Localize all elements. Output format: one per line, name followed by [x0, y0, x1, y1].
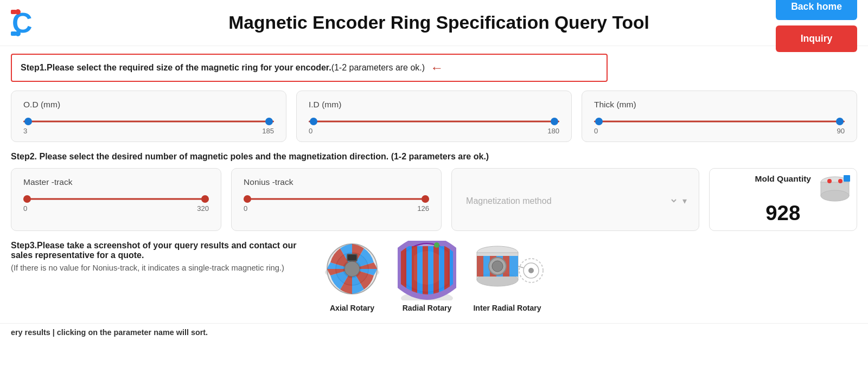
- od-track: [23, 121, 274, 123]
- id-track: [309, 121, 559, 123]
- axial-rotary-label: Axial Rotary: [330, 304, 374, 312]
- thick-min: 0: [594, 127, 598, 135]
- master-min: 0: [23, 204, 27, 213]
- nonius-thumb-left[interactable]: [244, 195, 251, 203]
- id-thumb-right[interactable]: [551, 118, 558, 125]
- svg-rect-4: [11, 31, 16, 36]
- svg-point-44: [528, 268, 534, 273]
- nonius-title: Nonius -track: [244, 177, 429, 187]
- main-content: Step1.Please select the required size of…: [0, 46, 868, 321]
- thick-thumb-left[interactable]: [595, 118, 603, 125]
- id-minmax: 0 180: [309, 127, 559, 135]
- inter-radial-rotary-label: Inter Radial Rotary: [473, 304, 541, 312]
- thick-title: Thick (mm): [594, 100, 845, 110]
- svg-rect-23: [417, 246, 423, 295]
- radial-rotary-box: Radial Rotary: [394, 241, 459, 312]
- header-buttons: Back home Inquiry: [776, 0, 857, 52]
- chevron-down-icon: ▾: [682, 196, 687, 206]
- od-minmax: 3 185: [23, 127, 274, 135]
- mold-quantity-title: Mold Quantity: [755, 174, 811, 184]
- step1-box: Step1.Please select the required size of…: [11, 54, 608, 82]
- svg-point-9: [838, 179, 843, 183]
- magnetization-select[interactable]: Magnetization method Axial Radial Inter …: [464, 196, 678, 206]
- svg-point-8: [827, 179, 832, 183]
- step3-title: Step3.Please take a screenshot of your q…: [11, 241, 307, 260]
- od-min: 3: [23, 127, 27, 135]
- magnetization-card: Magnetization method Axial Radial Inter …: [451, 168, 699, 231]
- inter-radial-rotary-svg: [469, 241, 545, 300]
- nonius-thumb-right[interactable]: [422, 195, 429, 203]
- svg-rect-3: [11, 10, 16, 14]
- svg-rect-18: [348, 255, 356, 260]
- od-slider[interactable]: [23, 116, 274, 127]
- radial-rotary-svg: [394, 241, 459, 300]
- svg-rect-24: [423, 246, 428, 295]
- nonius-min: 0: [244, 204, 247, 213]
- master-thumb-left[interactable]: [23, 195, 31, 203]
- id-min: 0: [309, 127, 312, 135]
- thick-minmax: 0 90: [594, 127, 845, 135]
- id-title: I.D (mm): [309, 100, 559, 110]
- step2-label: Step2. Please select the desired number …: [11, 152, 857, 162]
- step2-row: Master -track 0 320 Nonius -track 0 126: [11, 168, 857, 231]
- inter-radial-rotary-box: Inter Radial Rotary: [469, 241, 545, 312]
- master-title: Master -track: [23, 177, 209, 187]
- nonius-minmax: 0 126: [244, 204, 429, 213]
- od-thumb-right[interactable]: [265, 118, 273, 125]
- svg-rect-25: [428, 246, 433, 295]
- master-slider[interactable]: [23, 194, 209, 204]
- thick-slider-card: Thick (mm) 0 90: [582, 91, 857, 142]
- mold-quantity-value: 928: [765, 201, 800, 225]
- svg-rect-34: [477, 256, 483, 277]
- master-max: 320: [197, 204, 209, 213]
- svg-rect-27: [439, 246, 444, 295]
- id-slider[interactable]: [309, 116, 559, 127]
- bottom-bar: ery results | clicking on the parameter …: [0, 323, 868, 341]
- axial-rotary-svg: [320, 241, 385, 300]
- id-slider-card: I.D (mm) 0 180: [296, 91, 572, 142]
- od-thumb-left[interactable]: [24, 118, 32, 125]
- step1-arrow-icon: ←: [430, 60, 443, 75]
- svg-rect-22: [412, 246, 417, 295]
- od-title: O.D (mm): [23, 100, 274, 110]
- step3-row: Step3.Please take a screenshot of your q…: [11, 241, 857, 312]
- od-slider-card: O.D (mm) 3 185: [11, 91, 286, 142]
- id-thumb-left[interactable]: [310, 118, 317, 125]
- mold-quantity-card: Mold Quantity 928: [709, 168, 857, 231]
- nonius-slider[interactable]: [244, 194, 429, 204]
- thick-track: [594, 121, 845, 123]
- od-max: 185: [262, 127, 274, 135]
- svg-rect-39: [509, 256, 518, 277]
- back-home-button[interactable]: Back home: [776, 0, 857, 20]
- inquiry-button[interactable]: Inquiry: [776, 25, 857, 52]
- svg-point-30: [434, 242, 439, 248]
- svg-point-7: [821, 190, 849, 201]
- nonius-max: 126: [417, 204, 429, 213]
- master-track: [23, 198, 209, 200]
- svg-line-45: [518, 266, 524, 268]
- step3-images: Axial Rotary: [320, 241, 857, 312]
- step3-subtitle: (If there is no value for Nonius-track, …: [11, 264, 307, 272]
- master-slider-card: Master -track 0 320: [11, 168, 221, 231]
- axial-rotary-box: Axial Rotary: [320, 241, 385, 312]
- step1-sliders-row: O.D (mm) 3 185 I.D (mm) 0 180: [11, 91, 857, 142]
- radial-rotary-label: Radial Rotary: [403, 304, 452, 312]
- svg-rect-21: [406, 246, 412, 295]
- nonius-slider-card: Nonius -track 0 126: [231, 168, 442, 231]
- mold-image: [819, 174, 851, 206]
- svg-point-16: [344, 261, 360, 277]
- master-thumb-right[interactable]: [201, 195, 209, 203]
- bottom-bar-text: ery results | clicking on the parameter …: [11, 328, 208, 337]
- thick-max: 90: [837, 127, 845, 135]
- thick-thumb-right[interactable]: [836, 118, 844, 125]
- master-minmax: 0 320: [23, 204, 209, 213]
- logo: C: [11, 7, 43, 39]
- svg-marker-11: [844, 175, 850, 182]
- step1-instruction: Step1.Please select the required size of…: [21, 63, 425, 73]
- header: C Magnetic Encoder Ring Specification Qu…: [0, 0, 868, 46]
- page-title: Magnetic Encoder Ring Specification Quer…: [53, 12, 857, 33]
- svg-point-41: [492, 261, 503, 272]
- thick-slider[interactable]: [594, 116, 845, 127]
- step3-text: Step3.Please take a screenshot of your q…: [11, 241, 307, 272]
- svg-rect-26: [433, 246, 439, 295]
